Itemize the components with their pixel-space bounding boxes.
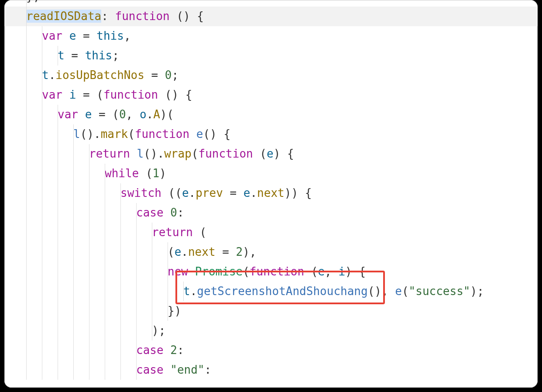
code-token[interactable]: e [267, 147, 274, 160]
code-token[interactable]: ( [139, 167, 152, 180]
code-token[interactable]: e [182, 186, 189, 199]
code-token[interactable]: ( [192, 147, 199, 160]
code-token[interactable]: (). [80, 127, 101, 141]
code-token[interactable]: o [140, 108, 147, 121]
code-token[interactable]: var [42, 88, 62, 101]
code-line[interactable]: l().mark(function e() { [4, 124, 538, 144]
code-token[interactable]: getScreenshotAndShouchang [197, 285, 367, 298]
code-token[interactable]: )( [160, 108, 174, 121]
code-token[interactable]: l [73, 127, 80, 141]
code-token[interactable]: case [136, 363, 164, 376]
code-area[interactable]: },readIOSData: function () {var e = this… [4, 0, 538, 380]
code-token[interactable]: ( [243, 265, 250, 278]
code-token[interactable] [62, 88, 69, 101]
code-token[interactable]: = [144, 69, 165, 82]
code-token[interactable]: ( [128, 127, 135, 141]
code-token[interactable] [189, 127, 196, 141]
code-token[interactable]: : [205, 363, 212, 376]
code-token[interactable]: () [368, 285, 381, 298]
code-token[interactable]: 2 [236, 245, 243, 258]
code-token[interactable]: t [58, 49, 65, 62]
code-token[interactable]: () { [158, 88, 192, 101]
code-token[interactable]: , [325, 265, 338, 278]
code-token[interactable]: ( [168, 245, 175, 258]
code-token[interactable]: case [136, 344, 164, 357]
code-token[interactable]: = ( [92, 108, 119, 121]
code-line[interactable]: new Promise(function (e, i) { [4, 262, 538, 282]
code-token[interactable]: e [318, 265, 325, 278]
code-token[interactable]: , [126, 108, 140, 121]
code-token[interactable] [78, 108, 85, 121]
code-token[interactable] [164, 206, 171, 219]
code-token[interactable]: . [49, 69, 56, 82]
code-token[interactable]: e [175, 245, 182, 258]
code-token[interactable]: mark [101, 127, 128, 141]
code-token[interactable]: . [250, 186, 257, 199]
code-token[interactable]: "end" [170, 363, 204, 376]
code-token[interactable] [130, 147, 137, 160]
code-token[interactable]: . [147, 108, 154, 121]
code-token[interactable]: l [137, 147, 144, 160]
code-token[interactable]: ; [172, 69, 178, 82]
code-line[interactable]: while (1) [4, 164, 538, 183]
code-token[interactable]: function [250, 265, 304, 278]
code-token[interactable]: 1 [153, 167, 160, 180]
code-line[interactable]: }, [4, 0, 538, 7]
code-token[interactable]: : [177, 344, 184, 357]
code-token[interactable]: return [152, 226, 193, 239]
code-token[interactable]: t [183, 285, 190, 298]
code-token[interactable]: readIOSData [26, 10, 101, 23]
code-token[interactable]: 0 [165, 69, 172, 82]
code-token[interactable]: 0 [170, 206, 177, 219]
code-token[interactable]: )) { [285, 186, 312, 199]
code-token[interactable]: e [85, 108, 92, 121]
code-token[interactable]: e [395, 285, 402, 298]
code-token[interactable]: ( [304, 265, 318, 278]
code-token[interactable]: . [190, 285, 197, 298]
code-token[interactable]: ), [243, 245, 256, 258]
code-token[interactable]: 2 [170, 344, 177, 357]
code-token[interactable]: : [101, 10, 115, 23]
code-token[interactable]: (( [161, 186, 182, 199]
code-token[interactable]: function [115, 10, 170, 23]
code-line[interactable]: (e.next = 2), [4, 242, 538, 262]
code-token[interactable]: wrap [164, 147, 192, 160]
code-token[interactable]: ( [253, 147, 267, 160]
code-line[interactable]: }) [4, 301, 538, 321]
code-token[interactable] [164, 344, 171, 357]
code-token[interactable]: case [136, 206, 164, 219]
code-token[interactable]: while [105, 167, 139, 180]
code-line[interactable]: var i = (function () { [4, 85, 538, 105]
code-token[interactable]: function [103, 88, 158, 101]
code-token[interactable]: iosUpBatchNos [55, 69, 144, 82]
code-token[interactable]: , [124, 29, 131, 42]
code-token[interactable]: function [135, 127, 189, 141]
code-token[interactable]: = [76, 29, 96, 42]
code-line[interactable]: t.getScreenshotAndShouchang(), e("succes… [4, 282, 538, 301]
code-token[interactable]: (). [144, 147, 164, 160]
code-token[interactable]: this [85, 49, 113, 62]
code-token[interactable]: prev [196, 186, 223, 199]
code-line[interactable]: return l().wrap(function (e) { [4, 144, 538, 164]
code-token[interactable]: ) [159, 167, 166, 180]
code-token[interactable]: ; [112, 49, 119, 62]
code-token[interactable] [188, 265, 195, 278]
code-token[interactable]: }, [26, 0, 40, 3]
code-line[interactable]: var e = this, [4, 26, 538, 46]
code-token[interactable]: Promise [195, 265, 243, 278]
code-token[interactable]: = [223, 186, 244, 199]
code-line[interactable]: return ( [4, 223, 538, 242]
code-token[interactable]: () { [170, 10, 204, 23]
code-token[interactable]: e [69, 29, 76, 42]
code-token[interactable]: = ( [76, 88, 103, 101]
code-token[interactable]: var [42, 29, 62, 42]
code-token[interactable]: ); [152, 324, 165, 337]
code-line[interactable]: case 0: [4, 203, 538, 223]
code-token[interactable]: . [189, 186, 196, 199]
code-token[interactable]: ( [193, 226, 206, 239]
code-token[interactable]: "success" [409, 285, 470, 298]
code-token[interactable]: = [216, 245, 236, 258]
code-token[interactable]: . [181, 245, 188, 258]
code-token[interactable]: this [96, 29, 124, 42]
code-token[interactable]: 0 [119, 108, 126, 121]
